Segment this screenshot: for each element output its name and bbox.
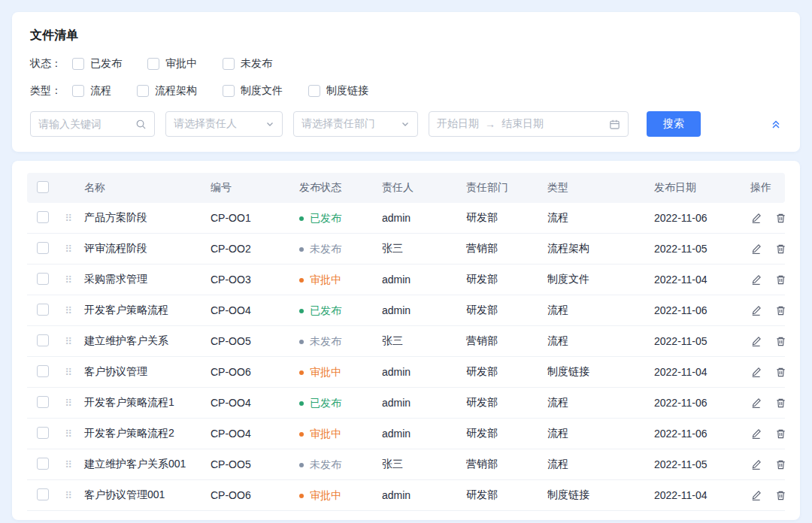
edit-button[interactable] bbox=[750, 243, 762, 255]
cell-type: 制度链接 bbox=[541, 357, 648, 388]
drag-handle-icon[interactable]: ⠿ bbox=[65, 243, 72, 255]
delete-button[interactable] bbox=[775, 305, 786, 316]
row-checkbox[interactable] bbox=[37, 396, 49, 408]
type-filter-row: 类型： 流程 流程架构 制度文件 制度链接 bbox=[30, 83, 782, 99]
drag-handle-icon[interactable]: ⠿ bbox=[65, 428, 72, 440]
row-checkbox[interactable] bbox=[37, 211, 49, 223]
status-dot-icon bbox=[299, 432, 304, 437]
row-checkbox[interactable] bbox=[37, 488, 49, 500]
delete-button[interactable] bbox=[775, 367, 786, 378]
cell-code: CP-OO1 bbox=[205, 203, 293, 234]
edit-button[interactable] bbox=[750, 274, 762, 286]
cell-actions bbox=[744, 234, 785, 265]
cell-name: 建立维护客户关系001 bbox=[78, 449, 205, 480]
delete-button[interactable] bbox=[775, 336, 786, 347]
status-filter-label: 状态： bbox=[30, 57, 62, 71]
cell-status: 审批中 bbox=[293, 480, 376, 511]
checkbox-icon[interactable] bbox=[223, 85, 235, 97]
file-table: 名称 编号 发布状态 责任人 责任部门 类型 发布日期 操作 ⠿ 产品方案阶段 … bbox=[27, 173, 785, 511]
date-range-picker[interactable]: 开始日期 → 结束日期 bbox=[429, 111, 629, 137]
checkbox-icon[interactable] bbox=[308, 85, 320, 97]
drag-handle-icon[interactable]: ⠿ bbox=[65, 336, 72, 347]
checkbox-icon[interactable] bbox=[72, 85, 84, 97]
drag-handle-icon[interactable]: ⠿ bbox=[65, 305, 72, 316]
search-button[interactable]: 搜索 bbox=[647, 111, 701, 137]
cell-code: CP-OO4 bbox=[205, 419, 293, 449]
drag-handle-icon[interactable]: ⠿ bbox=[65, 398, 72, 409]
checkbox-icon[interactable] bbox=[72, 58, 84, 70]
cell-date: 2022-11-05 bbox=[648, 326, 744, 357]
delete-button[interactable] bbox=[775, 428, 786, 440]
edit-button[interactable] bbox=[750, 213, 762, 224]
edit-button[interactable] bbox=[750, 336, 762, 347]
edit-button[interactable] bbox=[750, 428, 762, 440]
checkbox-label: 制度链接 bbox=[326, 84, 368, 98]
status-option-pending[interactable]: 审批中 bbox=[147, 57, 197, 71]
row-checkbox[interactable] bbox=[37, 334, 49, 346]
checkbox-icon[interactable] bbox=[137, 85, 149, 97]
delete-button[interactable] bbox=[775, 213, 786, 224]
delete-button[interactable] bbox=[775, 274, 786, 286]
edit-button[interactable] bbox=[750, 398, 762, 409]
status-text: 审批中 bbox=[310, 366, 341, 379]
type-option-process[interactable]: 流程 bbox=[72, 84, 111, 98]
checkbox-icon[interactable] bbox=[223, 58, 235, 70]
cell-actions bbox=[744, 419, 785, 449]
drag-handle-icon[interactable]: ⠿ bbox=[65, 459, 72, 470]
status-dot-icon bbox=[299, 278, 304, 283]
row-checkbox[interactable] bbox=[37, 242, 49, 254]
drag-handle-icon[interactable]: ⠿ bbox=[65, 490, 72, 501]
table-row: ⠿ 评审流程阶段 CP-OO2 未发布 张三 营销部 流程架构 2022-11-… bbox=[27, 234, 785, 265]
status-badge: 已发布 bbox=[299, 304, 341, 318]
table-row: ⠿ 开发客户策略流程1 CP-OO4 已发布 admin 研发部 流程 2022… bbox=[27, 388, 785, 419]
delete-button[interactable] bbox=[775, 490, 786, 501]
status-text: 已发布 bbox=[310, 212, 341, 225]
type-option-regulation-file[interactable]: 制度文件 bbox=[223, 84, 283, 98]
delete-button[interactable] bbox=[775, 459, 786, 470]
cell-status: 未发布 bbox=[293, 449, 376, 480]
status-badge: 审批中 bbox=[299, 274, 341, 287]
status-option-published[interactable]: 已发布 bbox=[72, 57, 122, 71]
checkbox-label: 制度文件 bbox=[241, 84, 283, 98]
edit-button[interactable] bbox=[750, 305, 762, 316]
drag-handle-icon[interactable]: ⠿ bbox=[65, 213, 72, 224]
edit-button[interactable] bbox=[750, 490, 762, 501]
row-checkbox[interactable] bbox=[37, 273, 49, 285]
delete-button[interactable] bbox=[775, 398, 786, 409]
collapse-icon[interactable] bbox=[770, 118, 782, 130]
row-checkbox[interactable] bbox=[37, 304, 49, 316]
cell-department: 研发部 bbox=[460, 265, 541, 295]
cell-name: 评审流程阶段 bbox=[78, 234, 205, 265]
column-header-owner: 责任人 bbox=[376, 173, 460, 203]
department-select[interactable]: 请选择责任部门 bbox=[293, 111, 418, 137]
cell-department: 营销部 bbox=[460, 326, 541, 357]
table-body: ⠿ 产品方案阶段 CP-OO1 已发布 admin 研发部 流程 2022-11… bbox=[27, 203, 785, 511]
edit-button[interactable] bbox=[750, 459, 762, 470]
keyword-field[interactable] bbox=[38, 118, 129, 130]
drag-handle-icon[interactable]: ⠿ bbox=[65, 274, 72, 286]
status-option-unpublished[interactable]: 未发布 bbox=[223, 57, 272, 71]
status-text: 未发布 bbox=[310, 243, 341, 256]
cell-department: 研发部 bbox=[460, 480, 541, 511]
row-checkbox[interactable] bbox=[37, 365, 49, 377]
select-all-checkbox[interactable] bbox=[37, 181, 49, 193]
cell-code: CP-OO6 bbox=[205, 357, 293, 388]
cell-owner: 张三 bbox=[376, 326, 460, 357]
row-checkbox[interactable] bbox=[37, 427, 49, 439]
owner-select[interactable]: 请选择责任人 bbox=[165, 111, 283, 137]
status-text: 未发布 bbox=[310, 335, 341, 349]
cell-date: 2022-11-05 bbox=[648, 449, 744, 480]
type-option-regulation-link[interactable]: 制度链接 bbox=[308, 84, 368, 98]
cell-owner: admin bbox=[376, 265, 460, 295]
type-option-architecture[interactable]: 流程架构 bbox=[137, 84, 197, 98]
cell-department: 研发部 bbox=[460, 419, 541, 449]
checkbox-icon[interactable] bbox=[147, 58, 159, 70]
keyword-input[interactable] bbox=[30, 111, 155, 137]
row-checkbox[interactable] bbox=[37, 458, 49, 470]
edit-button[interactable] bbox=[750, 367, 762, 378]
drag-handle-icon[interactable]: ⠿ bbox=[65, 367, 72, 378]
status-badge: 未发布 bbox=[299, 335, 341, 349]
cell-owner: admin bbox=[376, 203, 460, 234]
start-date-value: 开始日期 bbox=[437, 117, 479, 131]
delete-button[interactable] bbox=[775, 243, 786, 255]
